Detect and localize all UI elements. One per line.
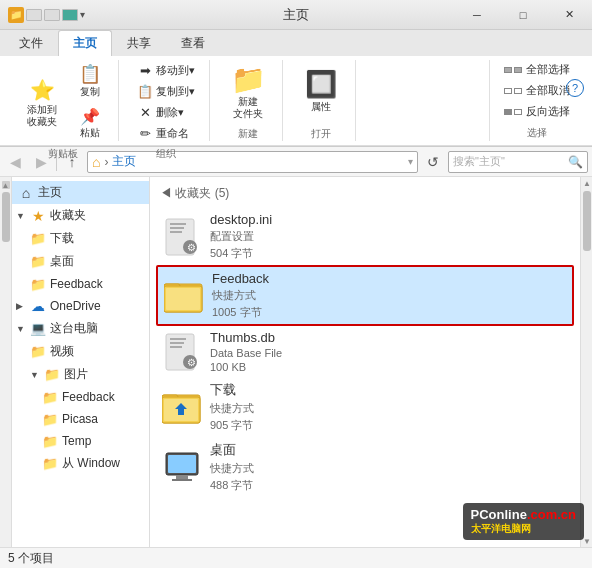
maximize-button[interactable]: □ [500, 0, 546, 30]
file-section-header: ◀ 收藏夹 (5) [156, 183, 574, 204]
close-button[interactable]: ✕ [546, 0, 592, 30]
tab-share[interactable]: 共享 [112, 30, 166, 56]
quick-access-icon1[interactable] [26, 9, 42, 21]
svg-rect-23 [176, 475, 188, 479]
quick-access-icon2[interactable] [44, 9, 60, 21]
invert-selection-button[interactable]: 反向选择 [498, 103, 576, 120]
scroll-thumb [583, 191, 591, 251]
rename-button[interactable]: ✏ 重命名 [131, 123, 201, 143]
temp-icon: 📁 [42, 433, 58, 449]
sidebar-item-pictures[interactable]: ▼ 📁 图片 [12, 363, 149, 386]
new-folder-button[interactable]: 📁 新建文件夹 [222, 60, 274, 123]
sidebar-picasa-label: Picasa [62, 412, 98, 426]
organize-label: 组织 [156, 147, 176, 161]
sidebar-pictures-label: 图片 [64, 366, 88, 383]
status-text: 5 个项目 [8, 550, 54, 567]
desktop-link-info: 桌面 快捷方式 488 字节 [210, 441, 254, 493]
file-item-feedback[interactable]: Feedback 快捷方式 1005 字节 [156, 265, 574, 326]
open-items: 🔲 属性 [295, 60, 347, 123]
sidebar-item-desktop[interactable]: 📁 桌面 [12, 250, 149, 273]
select-all-button[interactable]: 全部选择 [498, 61, 576, 78]
minimize-button[interactable]: ─ [454, 0, 500, 30]
move-to-button[interactable]: ➡ 移动到▾ [131, 60, 201, 80]
clipboard-items: ⭐ 添加到收藏夹 📋 复制 📌 粘贴 [16, 60, 110, 143]
feedback-size: 1005 字节 [212, 305, 269, 320]
properties-button[interactable]: 🔲 属性 [295, 66, 347, 117]
file-list-scrollbar[interactable]: ▲ ▼ [580, 177, 592, 547]
add-to-favorites-button[interactable]: ⭐ 添加到收藏夹 [16, 73, 68, 131]
sidebar-item-onedrive[interactable]: ▶ ☁ OneDrive [12, 295, 149, 317]
address-path: 主页 [112, 153, 136, 170]
help-button[interactable]: ? [566, 79, 584, 97]
title-bar-icons: 📁 ▾ [8, 7, 85, 23]
delete-button[interactable]: ✕ 删除▾ [131, 102, 201, 122]
scroll-up-button[interactable]: ▲ [581, 177, 592, 189]
svg-rect-13 [170, 346, 182, 348]
refresh-button[interactable]: ↺ [422, 151, 444, 173]
tab-view[interactable]: 查看 [166, 30, 220, 56]
file-item-thumbs[interactable]: ⚙ Thumbs.db Data Base File 100 KB [156, 326, 574, 377]
address-dropdown[interactable]: ▾ [408, 156, 413, 167]
paste-button[interactable]: 📌 粘贴 [70, 104, 110, 143]
desktop-link-icon [162, 447, 202, 487]
sidebar-item-favorites[interactable]: ▼ ★ 收藏夹 [12, 204, 149, 227]
file-list: ◀ 收藏夹 (5) ⚙ desktop.ini 配置设置 [150, 177, 580, 547]
delete-icon: ✕ [137, 104, 153, 120]
copy-icon: 📋 [79, 63, 101, 85]
ribbon-group-open: 🔲 属性 打开 [287, 60, 356, 141]
sidebar-item-downloads[interactable]: 📁 下载 [12, 227, 149, 250]
window-title: 主页 [283, 6, 309, 24]
status-bar: 5 个项目 [0, 547, 592, 568]
scroll-down-button[interactable]: ▼ [581, 535, 592, 547]
tab-file[interactable]: 文件 [4, 30, 58, 56]
sidebar-onedrive-label: OneDrive [50, 299, 101, 313]
sidebar-feedback-label: Feedback [50, 277, 103, 291]
sidebar-item-temp[interactable]: 📁 Temp [12, 430, 149, 452]
file-item-desktop-link[interactable]: 桌面 快捷方式 488 字节 [156, 437, 574, 497]
rename-label: 重命名 [156, 126, 189, 141]
thumbs-icon: ⚙ [162, 332, 202, 372]
downloads-icon: 📁 [30, 231, 46, 247]
scroll-track [581, 189, 592, 535]
sidebar-scroll[interactable]: ▲ [0, 177, 12, 547]
favorites-icon: ★ [30, 208, 46, 224]
sidebar-item-feedback[interactable]: 📁 Feedback [12, 273, 149, 295]
sidebar-item-home[interactable]: ⌂ 主页 [12, 181, 149, 204]
sidebar-downloads-label: 下载 [50, 230, 74, 247]
address-bar[interactable]: ⌂ › 主页 ▾ [87, 151, 418, 173]
thispc-expand-icon: ▼ [16, 324, 26, 334]
ribbon-group-clipboard: ⭐ 添加到收藏夹 📋 复制 📌 粘贴 [8, 60, 119, 141]
feedback-type: 快捷方式 [212, 288, 269, 303]
sidebar-item-feedback2[interactable]: 📁 Feedback [12, 386, 149, 408]
title-bar: 📁 ▾ 主页 ─ □ ✕ [0, 0, 592, 30]
paste-label: 粘贴 [80, 126, 100, 140]
sidebar-item-picasa[interactable]: 📁 Picasa [12, 408, 149, 430]
tab-home[interactable]: 主页 [58, 30, 112, 56]
copy-button[interactable]: 📋 复制 [70, 60, 110, 102]
sidebar-item-thispc[interactable]: ▼ 💻 这台电脑 [12, 317, 149, 340]
open-label: 打开 [311, 127, 331, 141]
nav-bar: ◀ ▶ ↑ ⌂ › 主页 ▾ ↺ 搜索"主页" 🔍 [0, 147, 592, 177]
video-icon: 📁 [30, 344, 46, 360]
copy-to-button[interactable]: 📋 复制到▾ [131, 81, 201, 101]
thumbs-type: Data Base File [210, 347, 282, 359]
move-to-label: 移动到▾ [156, 63, 195, 78]
back-button[interactable]: ◀ [4, 151, 26, 173]
deselect-all-button[interactable]: 全部取消 [498, 82, 576, 99]
thumbs-size: 100 KB [210, 361, 282, 373]
new-folder-icon: 📁 [231, 63, 266, 96]
main-layout: ▲ ⌂ 主页 ▼ ★ 收藏夹 📁 下载 📁 桌面 [0, 177, 592, 547]
feedback2-icon: 📁 [42, 389, 58, 405]
search-bar[interactable]: 搜索"主页" 🔍 [448, 151, 588, 173]
dropdown-arrow[interactable]: ▾ [80, 9, 85, 20]
file-item-desktop-ini[interactable]: ⚙ desktop.ini 配置设置 504 字节 [156, 208, 574, 265]
svg-rect-24 [172, 479, 192, 481]
sidebar-item-window[interactable]: 📁 从 Window [12, 452, 149, 475]
desktop-ini-name: desktop.ini [210, 212, 272, 227]
sidebar-item-video[interactable]: 📁 视频 [12, 340, 149, 363]
copy-to-label: 复制到▾ [156, 84, 195, 99]
svg-rect-1 [170, 223, 186, 225]
quick-access-icon3[interactable] [62, 9, 78, 21]
search-icon[interactable]: 🔍 [568, 155, 583, 169]
file-item-downloads[interactable]: 下载 快捷方式 905 字节 [156, 377, 574, 437]
